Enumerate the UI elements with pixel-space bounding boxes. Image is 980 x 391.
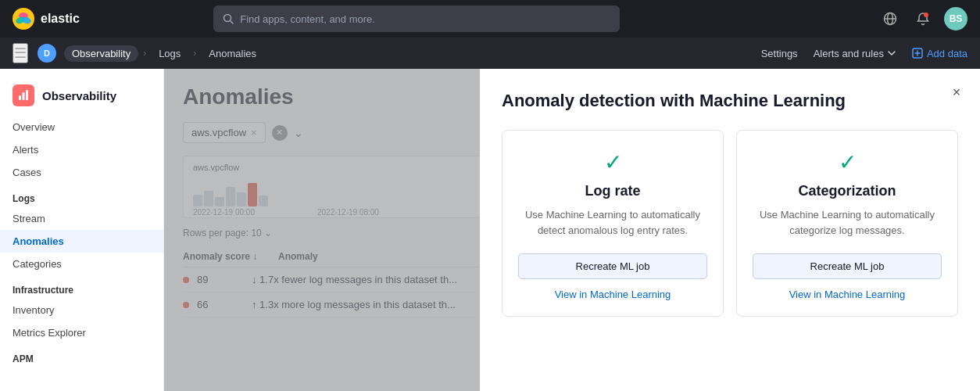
breadcrumb-sep-2: › [193, 48, 196, 59]
search-icon [223, 13, 234, 24]
global-search-bar[interactable]: Find apps, content, and more. [213, 5, 620, 32]
sidebar-item-alerts[interactable]: Alerts [0, 138, 163, 161]
globe-icon-btn[interactable] [878, 7, 902, 30]
categorization-card: ✓ Categorization Use Machine Learning to… [736, 130, 958, 317]
globe-icon [883, 12, 897, 26]
sidebar-section-infrastructure: Infrastructure [0, 275, 163, 299]
modal-overlay: × Anomaly detection with Machine Learnin… [164, 69, 980, 391]
bell-icon-btn[interactable] [911, 7, 935, 30]
sidebar-section-apm: APM [0, 344, 163, 368]
alerts-rules-dropdown[interactable]: Alerts and rules [814, 48, 896, 59]
observability-icon [13, 84, 34, 106]
categorization-recreate-btn[interactable]: Recreate ML job [753, 253, 942, 279]
log-rate-card: ✓ Log rate Use Machine Learning to autom… [502, 130, 724, 317]
breadcrumb-bar: ☰ D Observability › Logs › Anomalies Set… [0, 38, 980, 69]
breadcrumb-logs[interactable]: Logs [151, 45, 188, 62]
log-rate-view-ml-link[interactable]: View in Machine Learning [555, 289, 671, 300]
categorization-card-title: Categorization [798, 183, 896, 199]
categorization-check-icon: ✓ [839, 149, 857, 175]
breadcrumb-sep-1: › [143, 48, 146, 59]
svg-line-5 [231, 21, 234, 24]
sidebar-item-anomalies[interactable]: Anomalies [0, 230, 163, 253]
sidebar-item-inventory[interactable]: Inventory [0, 299, 163, 321]
breadcrumb-observability[interactable]: Observability [64, 45, 138, 62]
logo-text: elastic [41, 12, 80, 26]
log-rate-card-title: Log rate [585, 183, 640, 199]
hamburger-menu-btn[interactable]: ☰ [13, 43, 28, 63]
sidebar-header: Observability [0, 78, 163, 116]
add-data-icon [912, 48, 923, 59]
sidebar-item-metrics-explorer[interactable]: Metrics Explorer [0, 321, 163, 344]
svg-rect-13 [19, 95, 21, 100]
settings-link[interactable]: Settings [761, 48, 798, 59]
workspace-indicator: D [38, 44, 56, 63]
user-avatar[interactable]: BS [944, 7, 967, 30]
svg-rect-15 [26, 90, 28, 100]
main-layout: Observability Overview Alerts Cases Logs… [0, 69, 980, 391]
sidebar: Observability Overview Alerts Cases Logs… [0, 69, 164, 391]
nav-right-actions: BS [878, 7, 967, 30]
sidebar-item-cases[interactable]: Cases [0, 161, 163, 184]
bell-icon [916, 12, 930, 26]
search-placeholder: Find apps, content, and more. [240, 13, 375, 25]
elastic-logo-icon [13, 8, 34, 30]
categorization-card-desc: Use Machine Learning to automatically ca… [753, 207, 942, 238]
sidebar-item-categories[interactable]: Categories [0, 253, 163, 275]
add-data-btn[interactable]: Add data [912, 48, 967, 59]
ml-cards-row: ✓ Log rate Use Machine Learning to autom… [502, 130, 958, 317]
categorization-view-ml-link[interactable]: View in Machine Learning [789, 289, 906, 300]
sidebar-item-stream[interactable]: Stream [0, 207, 163, 230]
log-rate-check-icon: ✓ [604, 149, 622, 175]
svg-rect-14 [23, 92, 25, 100]
modal-title: Anomaly detection with Machine Learning [502, 91, 958, 111]
modal-panel: × Anomaly detection with Machine Learnin… [480, 69, 980, 391]
top-nav-bar: elastic Find apps, content, and more. BS [0, 0, 980, 38]
logo-area[interactable]: elastic [13, 8, 80, 30]
breadcrumb-anomalies[interactable]: Anomalies [201, 45, 264, 62]
svg-point-9 [924, 13, 928, 17]
sidebar-header-label: Observability [42, 89, 116, 102]
log-rate-card-desc: Use Machine Learning to automatically de… [518, 207, 707, 238]
chevron-down-icon [887, 48, 896, 58]
sidebar-section-logs: Logs [0, 184, 163, 207]
breadcrumb-right-actions: Settings Alerts and rules Add data [761, 48, 967, 59]
sidebar-item-overview[interactable]: Overview [0, 116, 163, 138]
log-rate-recreate-btn[interactable]: Recreate ML job [518, 253, 707, 279]
modal-close-btn[interactable]: × [946, 81, 967, 103]
content-area: Anomalies aws.vpcflow × ✕ ⌄ aws.vpcflow [164, 69, 980, 391]
